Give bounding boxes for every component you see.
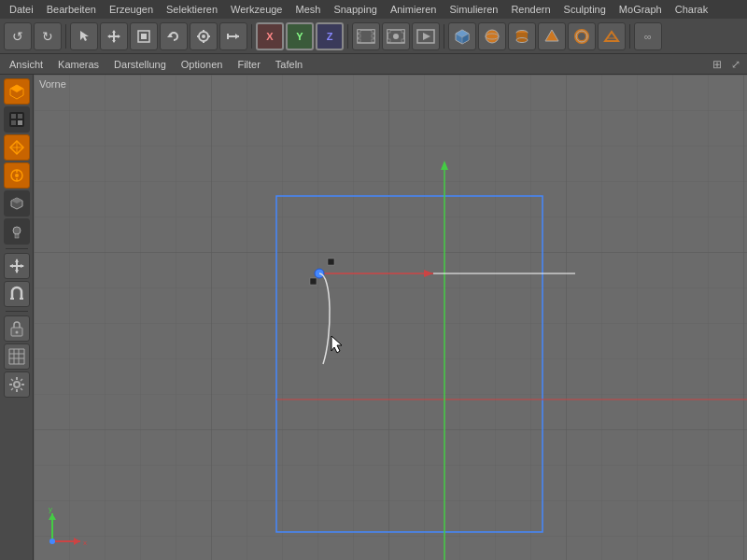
subtoolbar-tafeln[interactable]: Tafeln <box>270 58 308 71</box>
menubar-item-animieren[interactable]: Animieren <box>385 3 443 16</box>
menubar-item-charak[interactable]: Charak <box>669 3 713 16</box>
menubar-item-erzeugen[interactable]: Erzeugen <box>104 3 159 16</box>
mode-select-button[interactable] <box>70 22 98 50</box>
toolbar-separator-1 <box>65 24 66 49</box>
menubar-item-selektieren[interactable]: Selektieren <box>161 3 223 16</box>
svg-marker-68 <box>21 264 24 268</box>
svg-marker-16 <box>235 34 239 39</box>
object-torus-button[interactable] <box>568 22 596 50</box>
axis-y-button[interactable]: Y <box>286 22 314 50</box>
object-cylinder-button[interactable] <box>508 22 536 50</box>
menubar-item-sculpting[interactable]: Sculpting <box>558 3 612 16</box>
subtoolbar-optionen[interactable]: Optionen <box>176 58 229 71</box>
sidebar-grid-button[interactable] <box>4 343 30 370</box>
sidebar-separator-2 <box>6 311 28 312</box>
object-special1-button[interactable] <box>538 22 566 50</box>
menubar-item-mesh[interactable]: Mesh <box>289 3 326 16</box>
svg-point-40 <box>516 37 528 42</box>
mode-rotate-button[interactable] <box>160 22 188 50</box>
svg-marker-3 <box>112 40 116 43</box>
mode-arrow-button[interactable] <box>219 22 247 50</box>
svg-point-81 <box>14 382 20 387</box>
menubar-item-rendern[interactable]: Rendern <box>505 3 556 16</box>
axis-indicator: x y <box>43 504 90 551</box>
axis-x-button[interactable]: X <box>256 22 284 50</box>
sidebar-light-button[interactable] <box>4 218 30 245</box>
sidebar-magnet-button[interactable] <box>4 281 30 307</box>
menubar-item-werkzeuge[interactable]: Werkzeuge <box>225 3 288 16</box>
layout-icon[interactable]: ⊞ <box>710 57 725 72</box>
svg-point-56 <box>15 174 19 177</box>
svg-rect-24 <box>372 39 374 42</box>
svg-marker-43 <box>605 32 618 41</box>
svg-rect-7 <box>141 34 147 39</box>
sidebar-render-mode-button[interactable] <box>4 106 30 133</box>
toolbar-separator-4 <box>444 24 444 49</box>
svg-point-30 <box>393 34 399 39</box>
sidebar-separator-1 <box>6 248 28 249</box>
sidebar-mesh-button[interactable] <box>4 134 30 161</box>
svg-rect-21 <box>358 39 360 42</box>
sidebar-object-mode-button[interactable] <box>4 78 30 105</box>
menubar-item-mograph[interactable]: MoGraph <box>613 3 668 16</box>
sidebar-cog-button[interactable] <box>4 371 30 398</box>
svg-rect-29 <box>402 39 404 42</box>
render-settings-button[interactable]: ∞ <box>634 22 662 50</box>
keyframe-button[interactable] <box>382 22 410 50</box>
svg-rect-22 <box>372 30 374 33</box>
sidebar-cube-button[interactable] <box>4 190 30 217</box>
expand-icon[interactable]: ⤢ <box>728 57 743 72</box>
svg-rect-62 <box>15 234 19 238</box>
svg-marker-67 <box>9 264 13 268</box>
svg-marker-2 <box>112 30 116 33</box>
svg-line-89 <box>11 388 13 390</box>
svg-marker-4 <box>107 35 110 38</box>
svg-rect-102 <box>328 259 334 265</box>
sidebar-scene-button[interactable] <box>4 162 30 189</box>
object-cube-button[interactable] <box>448 22 476 50</box>
filmstrip-button[interactable] <box>352 22 380 50</box>
sidebar <box>0 75 34 560</box>
svg-marker-32 <box>423 33 430 40</box>
object-sphere-button[interactable] <box>478 22 506 50</box>
svg-line-86 <box>11 379 13 381</box>
playback-button[interactable] <box>412 22 440 50</box>
subtoolbar-darstellung[interactable]: Darstellung <box>108 58 172 71</box>
svg-line-87 <box>21 388 22 390</box>
menubar-item-bearbeiten[interactable]: Bearbeiten <box>41 3 102 16</box>
subtoolbar-right: ⊞ ⤢ <box>710 57 743 72</box>
menubar-item-snapping[interactable]: Snapping <box>328 3 383 16</box>
sidebar-lock-button[interactable] <box>4 315 30 342</box>
toolbar-separator-5 <box>629 24 630 49</box>
mode-scale-button[interactable] <box>130 22 158 50</box>
svg-rect-101 <box>310 278 317 285</box>
undo-button[interactable]: ↺ <box>4 22 32 50</box>
menubar-item-datei[interactable]: Datei <box>4 3 39 16</box>
sidebar-move-button[interactable] <box>4 253 30 279</box>
svg-rect-49 <box>18 114 22 119</box>
svg-point-61 <box>13 227 21 234</box>
mode-move-button[interactable] <box>100 22 128 50</box>
mode-lock-button[interactable] <box>190 22 218 50</box>
svg-rect-26 <box>388 30 390 33</box>
viewport[interactable]: Vorne x y <box>34 75 747 560</box>
svg-rect-92 <box>34 75 747 560</box>
redo-button[interactable]: ↻ <box>34 22 62 50</box>
svg-rect-20 <box>358 35 360 37</box>
toolbar-separator-3 <box>347 24 348 49</box>
subtoolbar-kameras[interactable]: Kameras <box>52 58 105 71</box>
menubar-item-simulieren[interactable]: Simulieren <box>444 3 503 16</box>
object-plane-button[interactable] <box>598 22 626 50</box>
svg-rect-50 <box>11 120 16 125</box>
svg-marker-5 <box>118 35 120 38</box>
subtoolbar-filter[interactable]: Filter <box>232 58 265 71</box>
main-area: Vorne x y <box>0 75 747 560</box>
svg-rect-19 <box>358 30 360 33</box>
svg-rect-23 <box>372 35 374 37</box>
toolbar-separator-2 <box>251 24 252 49</box>
svg-rect-51 <box>18 120 22 125</box>
svg-marker-65 <box>15 259 19 262</box>
axis-z-button[interactable]: Z <box>316 22 344 50</box>
subtoolbar-ansicht[interactable]: Ansicht <box>4 58 49 71</box>
toolbar: ↺ ↻ <box>0 19 747 54</box>
